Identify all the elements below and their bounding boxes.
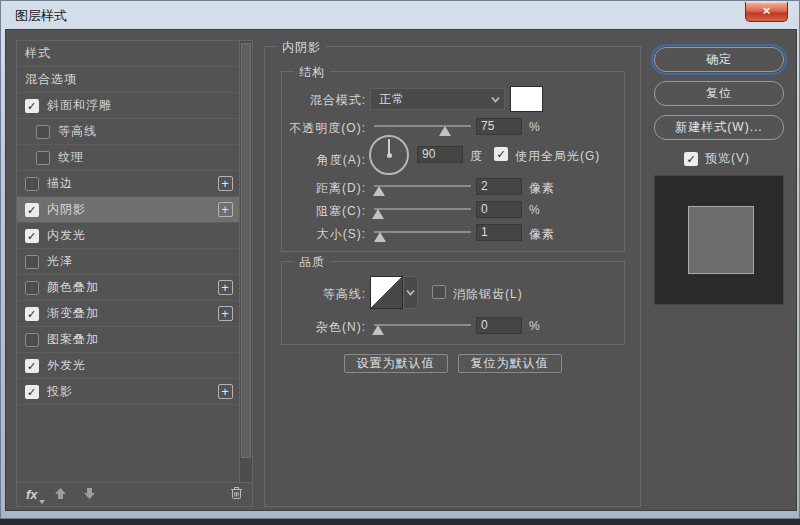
noise-label: 杂色(N): — [282, 319, 366, 336]
sidebar-item-stroke[interactable]: 描边 + — [17, 171, 239, 197]
effects-sidebar: 样式 混合选项 ✓ 斜面和浮雕 等高线 纹理 描边 + ✓ 内阴影 + ✓ 内发… — [16, 40, 253, 507]
sidebar-item-color-overlay[interactable]: 颜色叠加 + — [17, 275, 239, 301]
arrow-down-icon — [83, 487, 96, 500]
choke-unit: % — [529, 203, 541, 217]
sidebar-item-bevel-emboss[interactable]: ✓ 斜面和浮雕 — [17, 93, 239, 119]
pattern-overlay-checkbox[interactable] — [25, 333, 39, 347]
size-field[interactable]: 1 — [476, 224, 522, 241]
blend-mode-select[interactable]: 正常 — [370, 88, 505, 110]
slider-thumb[interactable] — [439, 126, 451, 136]
size-unit: 像素 — [529, 226, 555, 243]
sidebar-item-satin[interactable]: 光泽 — [17, 249, 239, 275]
opacity-label: 不透明度(O): — [282, 120, 366, 137]
sidebar-item-label: 光泽 — [47, 253, 73, 270]
delete-effect-button[interactable] — [230, 486, 243, 503]
preview-layer-square — [688, 206, 754, 274]
choke-label: 阻塞(C): — [282, 203, 366, 220]
choke-slider[interactable] — [374, 207, 471, 220]
sidebar-item-label: 斜面和浮雕 — [47, 97, 112, 114]
angle-unit: 度 — [470, 148, 483, 165]
slider-thumb[interactable] — [373, 186, 385, 196]
close-button[interactable]: × — [745, 2, 788, 22]
quality-group-title: 品质 — [294, 254, 330, 271]
blend-mode-label: 混合模式: — [282, 92, 366, 109]
opacity-unit: % — [529, 120, 541, 134]
texture-checkbox[interactable] — [36, 151, 50, 165]
scrollbar-thumb[interactable] — [241, 43, 251, 458]
add-effect-button[interactable]: + — [218, 202, 233, 217]
stroke-checkbox[interactable] — [25, 177, 39, 191]
outer-glow-checkbox[interactable]: ✓ — [25, 359, 39, 373]
sidebar-item-contour[interactable]: 等高线 — [17, 119, 239, 145]
arrow-up-icon — [54, 487, 67, 500]
angle-dial[interactable] — [369, 135, 409, 175]
noise-unit: % — [529, 319, 541, 333]
sidebar-item-label: 颜色叠加 — [47, 279, 99, 296]
make-default-button[interactable]: 设置为默认值 — [344, 354, 448, 373]
noise-slider[interactable] — [374, 323, 471, 336]
antialias-label: 消除锯齿(L) — [453, 286, 523, 303]
sidebar-item-label: 渐变叠加 — [47, 305, 99, 322]
size-slider[interactable] — [374, 230, 471, 243]
global-light-checkbox[interactable]: ✓ — [494, 147, 508, 161]
drop-shadow-checkbox[interactable]: ✓ — [25, 385, 39, 399]
distance-slider[interactable] — [374, 184, 471, 197]
size-label: 大小(S): — [282, 226, 366, 243]
fx-menu-button[interactable]: fx — [26, 487, 38, 502]
sidebar-item-gradient-overlay[interactable]: ✓ 渐变叠加 + — [17, 301, 239, 327]
inner-shadow-panel: 内阴影 结构 混合模式: 正常 不透明度(O): 75 % 角度(A): — [264, 46, 641, 507]
slider-thumb[interactable] — [374, 232, 386, 242]
noise-field[interactable]: 0 — [476, 317, 522, 334]
preview-checkbox[interactable]: ✓ — [684, 152, 698, 166]
ok-button[interactable]: 确定 — [654, 47, 784, 72]
preview-thumbnail — [654, 175, 784, 305]
inner-glow-checkbox[interactable]: ✓ — [25, 229, 39, 243]
reset-default-button[interactable]: 复位为默认值 — [458, 354, 562, 373]
effects-scrollbar[interactable] — [239, 41, 252, 482]
sidebar-item-drop-shadow[interactable]: ✓ 投影 + — [17, 379, 239, 405]
sidebar-item-styles[interactable]: 样式 — [17, 41, 239, 67]
inner-shadow-checkbox[interactable]: ✓ — [25, 203, 39, 217]
contour-dropdown-button[interactable] — [403, 276, 418, 309]
slider-thumb[interactable] — [372, 325, 384, 335]
add-effect-button[interactable]: + — [218, 306, 233, 321]
angle-field[interactable]: 90 — [417, 146, 463, 163]
sidebar-item-label: 混合选项 — [25, 71, 77, 88]
choke-field[interactable]: 0 — [476, 201, 522, 218]
shadow-color-swatch[interactable] — [510, 86, 543, 112]
chevron-down-icon — [491, 96, 500, 103]
sidebar-item-pattern-overlay[interactable]: 图案叠加 — [17, 327, 239, 353]
move-effect-up-button[interactable] — [54, 487, 67, 503]
bevel-emboss-checkbox[interactable]: ✓ — [25, 99, 39, 113]
satin-checkbox[interactable] — [25, 255, 39, 269]
contour-checkbox[interactable] — [36, 125, 50, 139]
quality-group: 品质 等高线: 消除锯齿(L) 杂色(N): 0 % — [281, 261, 625, 345]
add-effect-button[interactable]: + — [218, 384, 233, 399]
antialias-checkbox[interactable] — [432, 285, 446, 299]
sidebar-item-inner-shadow[interactable]: ✓ 内阴影 + — [17, 197, 239, 223]
preview-toggle-row: ✓ 预览(V) — [684, 150, 750, 167]
slider-thumb[interactable] — [372, 209, 384, 219]
opacity-field[interactable]: 75 — [476, 118, 522, 135]
contour-picker[interactable] — [370, 276, 403, 309]
add-effect-button[interactable]: + — [218, 176, 233, 191]
effects-list: 样式 混合选项 ✓ 斜面和浮雕 等高线 纹理 描边 + ✓ 内阴影 + ✓ 内发… — [17, 41, 239, 482]
slider-track — [374, 185, 471, 187]
sidebar-item-label: 描边 — [47, 175, 73, 192]
sidebar-item-texture[interactable]: 纹理 — [17, 145, 239, 171]
sidebar-item-inner-glow[interactable]: ✓ 内发光 — [17, 223, 239, 249]
trash-icon — [230, 486, 243, 500]
slider-track — [374, 208, 471, 210]
new-style-button[interactable]: 新建样式(W)... — [654, 115, 784, 140]
gradient-overlay-checkbox[interactable]: ✓ — [25, 307, 39, 321]
angle-label: 角度(A): — [282, 152, 366, 169]
distance-unit: 像素 — [529, 180, 555, 197]
move-effect-down-button[interactable] — [83, 487, 96, 503]
distance-field[interactable]: 2 — [476, 178, 522, 195]
structure-group: 结构 混合模式: 正常 不透明度(O): 75 % 角度(A): — [281, 71, 625, 252]
sidebar-item-blending-options[interactable]: 混合选项 — [17, 67, 239, 93]
color-overlay-checkbox[interactable] — [25, 281, 39, 295]
add-effect-button[interactable]: + — [218, 280, 233, 295]
reset-button[interactable]: 复位 — [654, 81, 784, 106]
sidebar-item-outer-glow[interactable]: ✓ 外发光 — [17, 353, 239, 379]
